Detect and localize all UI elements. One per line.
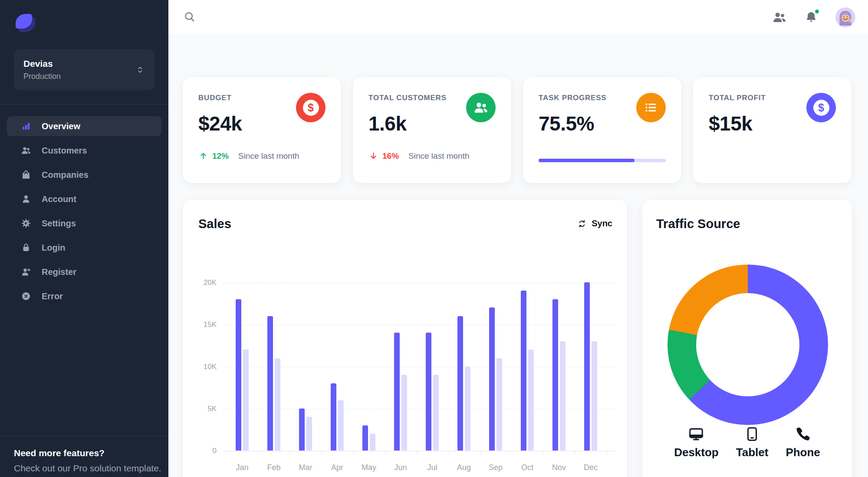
total-profit-card: TOTAL PROFIT $15k $: [693, 77, 852, 183]
sales-bar-chart: JanFebMarAprMayJunJulAugSepOctNovDec: [224, 282, 616, 451]
phone-icon: [795, 426, 811, 442]
legend-phone: Phone: [786, 426, 820, 459]
sidebar-item-register[interactable]: Register: [7, 262, 161, 282]
sync-label: Sync: [592, 219, 612, 229]
x-tick-label: Jan: [227, 463, 258, 472]
gridline: [224, 283, 616, 283]
sidebar-item-companies[interactable]: Companies: [7, 165, 161, 185]
x-axis-tick: [448, 451, 449, 454]
sidebar-item-settings[interactable]: Settings: [7, 213, 161, 233]
x-axis-tick: [290, 451, 290, 454]
bar-this-year: [457, 316, 463, 451]
sidebar-item-login[interactable]: Login: [7, 238, 161, 258]
x-axis-tick: [322, 451, 322, 454]
trend-caption: Since last month: [408, 151, 469, 161]
gear-icon: [21, 218, 31, 229]
bar-this-year: [362, 425, 368, 451]
sync-button[interactable]: Sync: [577, 219, 612, 229]
list-bullet-icon: [636, 93, 666, 122]
arrow-up-icon: [198, 151, 208, 161]
x-axis-tick: [607, 451, 607, 454]
traffic-source-card: Traffic Source Desktop: [642, 199, 852, 477]
task-progress-card: TASK PROGRESS 75.5%: [523, 77, 681, 183]
notifications-bell-icon[interactable]: [804, 10, 818, 24]
currency-dollar-icon: $: [806, 93, 836, 122]
traffic-legend: Desktop Tablet Phone: [642, 426, 852, 459]
contacts-icon[interactable]: [772, 10, 787, 25]
x-axis-tick: [480, 451, 480, 454]
sidebar: Devias Production Overview: [0, 0, 168, 477]
trend-caption: Since last month: [238, 151, 299, 161]
x-axis-tick: [417, 451, 417, 454]
x-axis-tick: [258, 451, 259, 454]
search-icon[interactable]: [183, 10, 197, 24]
sidebar-item-customers[interactable]: Customers: [7, 140, 161, 160]
bar-this-year: [299, 408, 305, 451]
bar-this-year: [236, 299, 241, 451]
sidebar-item-label: Customers: [42, 146, 87, 156]
legend-desktop: Desktop: [674, 426, 719, 459]
sidebar-item-label: Register: [42, 267, 76, 277]
total-customers-card: TOTAL CUSTOMERS 1.6k 16% Since last mont…: [353, 77, 511, 183]
bar-last-year: [528, 350, 534, 451]
refresh-icon: [577, 219, 587, 229]
currency-dollar-icon: $: [296, 93, 326, 122]
bar-last-year: [496, 358, 502, 451]
trend-row: 12% Since last month: [198, 151, 299, 161]
y-tick-label: 15K: [183, 320, 217, 329]
sidebar-item-label: Account: [42, 194, 76, 204]
x-axis-tick: [353, 451, 354, 454]
sidebar-item-label: Overview: [42, 121, 80, 131]
budget-card: BUDGET $24k $ 12% Since last month: [183, 77, 341, 183]
bar-this-year: [394, 333, 400, 451]
legend-label: Desktop: [674, 446, 719, 459]
bar-this-year: [552, 299, 558, 451]
legend-label: Phone: [786, 446, 820, 459]
topbar: [168, 0, 868, 35]
x-tick-label: Jul: [417, 463, 448, 472]
notification-dot: [814, 9, 820, 14]
bar-last-year: [560, 341, 566, 451]
task-progress-bar: [539, 159, 666, 162]
sidebar-item-error[interactable]: Error: [7, 286, 161, 306]
sales-title: Sales: [198, 217, 231, 231]
chart-bar-icon: [21, 121, 31, 131]
sidebar-item-account[interactable]: Account: [7, 189, 161, 209]
sidebar-item-overview[interactable]: Overview: [7, 116, 161, 136]
traffic-title: Traffic Source: [656, 217, 740, 231]
arrow-down-icon: [368, 151, 378, 161]
y-tick-label: 20K: [183, 278, 217, 287]
x-tick-label: Nov: [543, 463, 575, 472]
bar-this-year: [331, 383, 336, 451]
bar-this-year: [267, 316, 273, 451]
user-icon: [21, 194, 31, 204]
x-axis-tick: [512, 451, 512, 454]
shopping-bag-icon: [21, 170, 31, 180]
legend-label: Tablet: [736, 446, 769, 459]
workspace-name: Devias: [23, 59, 135, 69]
traffic-donut-chart: [667, 265, 828, 425]
sidebar-divider: [0, 104, 168, 105]
avatar[interactable]: [835, 7, 855, 27]
bar-last-year: [306, 417, 312, 451]
unfold-chevron-icon: [135, 65, 145, 75]
legend-tablet: Tablet: [736, 426, 769, 459]
user-plus-icon: [21, 267, 31, 277]
trend-row: 16% Since last month: [368, 151, 470, 161]
workspace-environment: Production: [23, 72, 135, 81]
trend-value: 16%: [382, 151, 399, 161]
footer-title: Need more features?: [14, 448, 161, 458]
x-tick-label: Aug: [448, 463, 480, 472]
sidebar-item-label: Error: [42, 291, 63, 301]
devias-logo[interactable]: [16, 14, 35, 31]
bar-last-year: [275, 358, 280, 451]
desktop-icon: [688, 426, 704, 442]
users-icon: [466, 93, 496, 122]
bar-last-year: [465, 366, 470, 451]
sidebar-item-label: Companies: [42, 170, 89, 180]
bar-this-year: [489, 307, 495, 451]
workspace-selector[interactable]: Devias Production: [14, 49, 155, 90]
bar-last-year: [433, 375, 439, 451]
x-tick-label: May: [353, 463, 385, 472]
gridline: [224, 451, 616, 451]
